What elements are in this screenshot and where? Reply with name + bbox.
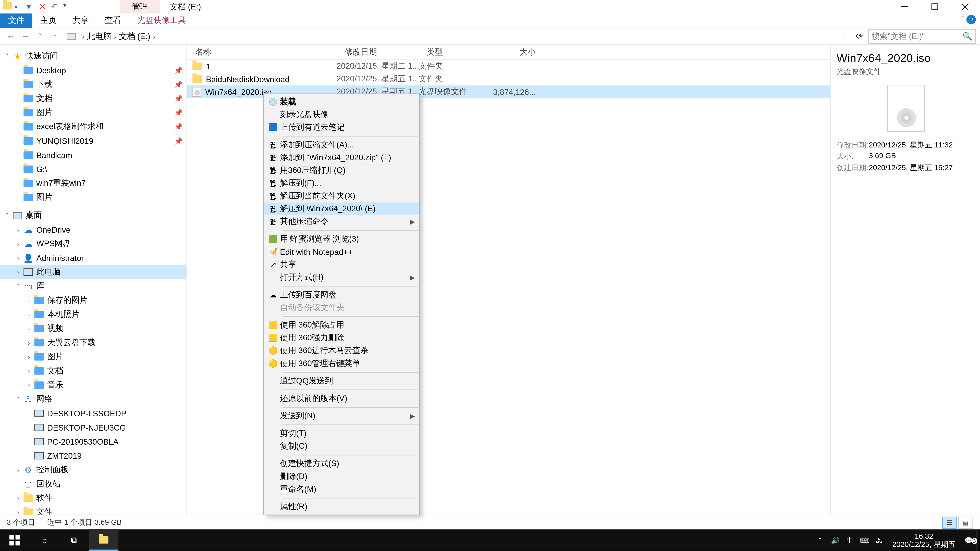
context-menu-item[interactable]: 🗜添加到压缩文件(A)... — [264, 138, 419, 151]
context-menu-item[interactable]: 🟨使用 360强力删除 — [264, 332, 419, 345]
nav-item[interactable]: ›文件 — [0, 505, 186, 514]
qa-undo-icon[interactable]: ↶ — [51, 2, 60, 11]
column-date[interactable]: 修改日期 — [337, 46, 419, 58]
nav-item[interactable]: ›保存的图片 — [0, 293, 186, 307]
nav-item[interactable]: ZMT2019 — [0, 449, 186, 463]
nav-item[interactable]: ›☁OneDrive — [0, 223, 186, 237]
nav-item[interactable]: win7重装win7 — [0, 176, 186, 190]
up-button[interactable]: ↑ — [48, 30, 62, 43]
nav-item[interactable]: 下载📌 — [0, 77, 186, 91]
nav-item[interactable]: PC-20190530OBLA — [0, 435, 186, 449]
context-menu-item[interactable]: 🟩用 蜂蜜浏览器 浏览(3) — [264, 233, 419, 245]
search-input[interactable]: 搜索"文档 (E:)" 🔍 — [868, 29, 976, 44]
nav-item[interactable]: ˅★快速访问 — [0, 49, 186, 63]
context-menu-item[interactable]: 创建快捷方式(S) — [264, 457, 419, 470]
chevron-right-icon[interactable]: › — [111, 33, 119, 40]
search-icon[interactable]: 🔍 — [963, 32, 973, 41]
context-menu-item[interactable]: 📝Edit with Notepad++ — [264, 246, 419, 259]
nav-item[interactable]: Desktop📌 — [0, 63, 186, 77]
nav-item[interactable]: ›本机照片 — [0, 307, 186, 321]
contextual-tab-manage[interactable]: 管理 — [120, 0, 160, 14]
address-dropdown-icon[interactable]: ˅ — [839, 33, 848, 40]
context-menu-item[interactable]: 🗜解压到 Win7x64_2020\ (E) — [264, 203, 419, 215]
start-button[interactable] — [0, 529, 30, 551]
view-details-button[interactable]: ☰ — [942, 516, 957, 528]
context-menu-item[interactable]: 🟡使用 360进行木马云查杀 — [264, 345, 419, 357]
action-center-icon[interactable]: 💬3 — [961, 537, 976, 544]
column-type[interactable]: 类型 — [418, 46, 486, 58]
address-bar[interactable]: › 此电脑 › 文档 (E:) › ˅ — [63, 29, 851, 44]
context-menu-item[interactable]: 复制(C) — [264, 440, 419, 453]
nav-item[interactable]: DESKTOP-LSSOEDP — [0, 407, 186, 421]
context-menu-item[interactable]: 发送到(N)▶ — [264, 410, 419, 422]
context-menu-item[interactable]: 🟡使用 360管理右键菜单 — [264, 357, 419, 370]
back-button[interactable]: ← — [4, 30, 18, 43]
nav-item[interactable]: ›文档 — [0, 364, 186, 378]
context-menu-item[interactable]: 删除(D) — [264, 470, 419, 483]
ribbon-expand-icon[interactable]: ˄ — [962, 15, 965, 24]
context-menu-item[interactable]: 重命名(M) — [264, 483, 419, 495]
column-name[interactable]: 名称 — [187, 46, 336, 58]
nav-item[interactable]: ›天翼云盘下载 — [0, 336, 186, 350]
qa-save-icon[interactable]: ▪ — [15, 2, 24, 11]
qa-delete-icon[interactable]: ✕ — [39, 2, 48, 11]
nav-item[interactable]: Bandicam — [0, 148, 186, 162]
nav-item[interactable]: ›软件 — [0, 491, 186, 505]
context-menu-item[interactable]: 🟨使用 360解除占用 — [264, 319, 419, 332]
network-icon[interactable]: 🖧 — [872, 537, 887, 544]
file-row[interactable]: 12020/12/15, 星期二 1...文件夹 — [187, 60, 830, 73]
close-button[interactable] — [950, 0, 980, 14]
context-menu-item[interactable]: 🗜添加到 "Win7x64_2020.zip" (T) — [264, 151, 419, 164]
context-menu-item[interactable]: 打开方式(H)▶ — [264, 271, 419, 284]
tray-expand-icon[interactable]: ˄ — [813, 537, 828, 544]
nav-item[interactable]: ›音乐 — [0, 378, 186, 392]
nav-item[interactable]: 文档📌 — [0, 92, 186, 106]
nav-item[interactable]: YUNQISHI2019📌 — [0, 134, 186, 148]
nav-item[interactable]: ›👤Administrator — [0, 251, 186, 265]
tab-disc-tools[interactable]: 光盘映像工具 — [129, 13, 194, 28]
context-menu-item[interactable]: ☁上传到百度网盘 — [264, 289, 419, 301]
help-icon[interactable]: ? — [966, 15, 976, 24]
column-size[interactable]: 大小 — [486, 46, 542, 58]
context-menu-item[interactable]: 属性(R) — [264, 500, 419, 513]
nav-item[interactable]: ›⚙控制面板 — [0, 463, 186, 477]
tab-share[interactable]: 共享 — [65, 13, 97, 28]
tab-view[interactable]: 查看 — [97, 13, 129, 28]
nav-item[interactable]: ›图片 — [0, 350, 186, 364]
qa-more-icon[interactable]: ▾ — [63, 2, 73, 11]
context-menu-item[interactable]: 还原以前的版本(V) — [264, 392, 419, 405]
file-row[interactable]: BaiduNetdiskDownload2020/12/25, 星期五 1...… — [187, 73, 830, 86]
minimize-button[interactable] — [889, 0, 919, 14]
nav-item[interactable]: ›☁WPS网盘 — [0, 237, 186, 251]
nav-item[interactable]: excel表格制作求和📌 — [0, 120, 186, 134]
maximize-button[interactable] — [919, 0, 950, 14]
context-menu-item[interactable]: 剪切(T) — [264, 427, 419, 440]
nav-item[interactable]: ˅🗃库 — [0, 279, 186, 293]
clock[interactable]: 16:32 2020/12/25, 星期五 — [887, 532, 961, 548]
nav-item[interactable]: ›此电脑 — [0, 265, 186, 279]
nav-item[interactable]: ˅桌面 — [0, 208, 186, 222]
task-view-button[interactable]: ⧉ — [59, 529, 89, 551]
forward-button[interactable]: → — [19, 30, 32, 43]
context-menu-item[interactable]: 🗜解压到当前文件夹(X) — [264, 190, 419, 203]
nav-item[interactable]: ›视频 — [0, 321, 186, 335]
context-menu-item[interactable]: ↗共享 — [264, 259, 419, 271]
nav-item[interactable]: 🗑回收站 — [0, 477, 186, 491]
nav-item[interactable]: G:\ — [0, 162, 186, 176]
chevron-right-icon[interactable]: › — [150, 33, 158, 40]
recent-dropdown[interactable]: ˅ — [34, 30, 47, 43]
view-icons-button[interactable]: ▦ — [958, 516, 973, 528]
context-menu-item[interactable]: 🟦上传到有道云笔记 — [264, 121, 419, 134]
ime-icon[interactable]: 中 — [842, 535, 857, 545]
nav-item[interactable]: 图片📌 — [0, 106, 186, 120]
taskbar-explorer[interactable] — [89, 529, 118, 551]
refresh-button[interactable]: ⟳ — [852, 32, 867, 41]
qa-check-icon[interactable]: ▾ — [27, 2, 36, 11]
tab-home[interactable]: 主页 — [32, 13, 65, 28]
nav-item[interactable]: DESKTOP-NJEU3CG — [0, 421, 186, 434]
context-menu-item[interactable]: 🗜用360压缩打开(Q) — [264, 164, 419, 177]
nav-item[interactable]: ˅🖧网络 — [0, 392, 186, 406]
tab-file[interactable]: 文件 — [0, 13, 32, 28]
context-menu-item[interactable]: 🗜其他压缩命令▶ — [264, 215, 419, 228]
context-menu-item[interactable]: 🗜解压到(F)... — [264, 177, 419, 190]
